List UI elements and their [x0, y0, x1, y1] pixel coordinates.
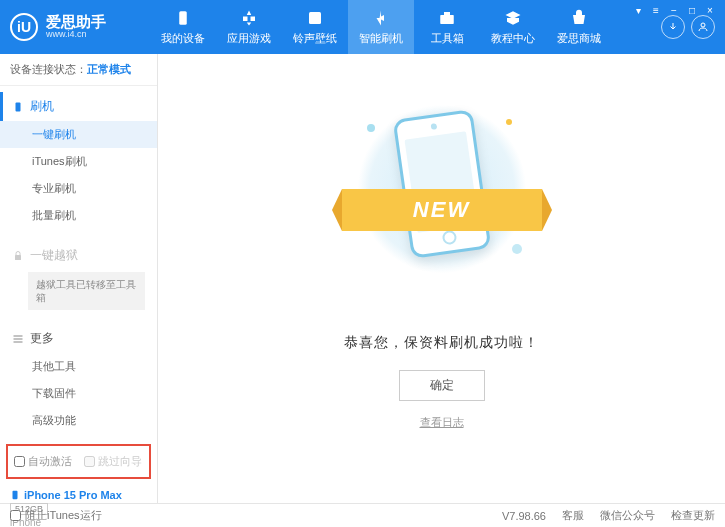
- svg-point-4: [701, 23, 705, 27]
- main-nav: 我的设备 应用游戏 铃声壁纸 智能刷机 工具箱 教程中心 爱思商城: [150, 0, 661, 54]
- download-button[interactable]: [661, 15, 685, 39]
- view-log-link[interactable]: 查看日志: [420, 415, 464, 430]
- nav-apps[interactable]: 应用游戏: [216, 0, 282, 54]
- menu-button[interactable]: ▾: [631, 4, 645, 16]
- auto-activate-input[interactable]: [14, 456, 25, 467]
- app-title: 爱思助手: [46, 14, 106, 31]
- close-button[interactable]: ×: [703, 4, 717, 16]
- user-button[interactable]: [691, 15, 715, 39]
- svg-rect-10: [13, 491, 18, 499]
- svg-rect-3: [444, 12, 450, 15]
- app-url: www.i4.cn: [46, 30, 106, 40]
- status-mode: 正常模式: [87, 63, 131, 75]
- svg-rect-9: [14, 341, 23, 342]
- svg-rect-1: [309, 12, 321, 24]
- device-name-text: iPhone 15 Pro Max: [24, 489, 122, 501]
- tutorial-icon: [503, 9, 523, 27]
- sidebar-jailbreak-note: 越狱工具已转移至工具箱: [28, 272, 145, 310]
- checkbox-label: 阻止iTunes运行: [25, 508, 102, 523]
- sidebar-item-itunes-flash[interactable]: iTunes刷机: [0, 148, 157, 175]
- logo-area: iU 爱思助手 www.i4.cn: [10, 13, 150, 41]
- phone-small-icon: [10, 489, 20, 501]
- svg-rect-6: [15, 255, 21, 260]
- nav-label: 工具箱: [431, 31, 464, 46]
- sidebar-section-flash[interactable]: 刷机: [0, 92, 157, 121]
- status-prefix: 设备连接状态：: [10, 63, 87, 75]
- sidebar-section-more[interactable]: 更多: [0, 324, 157, 353]
- sidebar-item-oneclick-flash[interactable]: 一键刷机: [0, 121, 157, 148]
- auto-activate-checkbox[interactable]: 自动激活: [14, 454, 72, 469]
- wechat-link[interactable]: 微信公众号: [600, 508, 655, 523]
- phone-icon: [12, 101, 24, 113]
- nav-tutorial[interactable]: 教程中心: [480, 0, 546, 54]
- success-illustration: NEW: [352, 94, 532, 294]
- checkbox-label: 自动激活: [28, 454, 72, 469]
- svg-rect-0: [179, 11, 187, 25]
- success-message: 恭喜您，保资料刷机成功啦！: [344, 334, 539, 352]
- main-content: NEW 恭喜您，保资料刷机成功啦！ 确定 查看日志: [158, 54, 725, 503]
- minimize-button[interactable]: −: [667, 4, 681, 16]
- svg-rect-8: [14, 338, 23, 339]
- nav-smart-flash[interactable]: 智能刷机: [348, 0, 414, 54]
- version-label: V7.98.66: [502, 510, 546, 522]
- nav-label: 智能刷机: [359, 31, 403, 46]
- nav-store[interactable]: 爱思商城: [546, 0, 612, 54]
- maximize-button[interactable]: □: [685, 4, 699, 16]
- flash-icon: [371, 9, 391, 27]
- skip-guide-checkbox[interactable]: 跳过向导: [84, 454, 142, 469]
- nav-label: 教程中心: [491, 31, 535, 46]
- nav-label: 铃声壁纸: [293, 31, 337, 46]
- support-link[interactable]: 客服: [562, 508, 584, 523]
- sidebar-item-pro-flash[interactable]: 专业刷机: [0, 175, 157, 202]
- checkbox-label: 跳过向导: [98, 454, 142, 469]
- svg-rect-5: [16, 102, 21, 111]
- section-label: 更多: [30, 330, 54, 347]
- svg-rect-2: [440, 15, 454, 24]
- toolbox-icon: [437, 9, 457, 27]
- list-icon: [12, 333, 24, 345]
- sidebar-item-advanced[interactable]: 高级功能: [0, 407, 157, 434]
- device-icon: [173, 9, 193, 27]
- sidebar-item-download-firmware[interactable]: 下载固件: [0, 380, 157, 407]
- block-itunes-checkbox[interactable]: 阻止iTunes运行: [10, 508, 102, 523]
- connection-status: 设备连接状态：正常模式: [0, 54, 157, 86]
- new-banner: NEW: [342, 189, 542, 231]
- svg-rect-7: [14, 335, 23, 336]
- ok-button[interactable]: 确定: [399, 370, 485, 401]
- lock-icon: [12, 250, 24, 262]
- nav-label: 爱思商城: [557, 31, 601, 46]
- nav-label: 我的设备: [161, 31, 205, 46]
- store-icon: [569, 9, 589, 27]
- nav-my-device[interactable]: 我的设备: [150, 0, 216, 54]
- block-itunes-input[interactable]: [10, 510, 21, 521]
- device-name[interactable]: iPhone 15 Pro Max: [10, 489, 147, 501]
- sidebar: 设备连接状态：正常模式 刷机 一键刷机 iTunes刷机 专业刷机 批量刷机 一…: [0, 54, 158, 503]
- logo-icon: iU: [10, 13, 38, 41]
- section-label: 刷机: [30, 98, 54, 115]
- settings-button[interactable]: ≡: [649, 4, 663, 16]
- nav-ringtone[interactable]: 铃声壁纸: [282, 0, 348, 54]
- ringtone-icon: [305, 9, 325, 27]
- check-update-link[interactable]: 检查更新: [671, 508, 715, 523]
- apps-icon: [239, 9, 259, 27]
- skip-guide-input: [84, 456, 95, 467]
- nav-label: 应用游戏: [227, 31, 271, 46]
- section-label: 一键越狱: [30, 247, 78, 264]
- sidebar-item-batch-flash[interactable]: 批量刷机: [0, 202, 157, 229]
- options-highlight-box: 自动激活 跳过向导: [6, 444, 151, 479]
- app-header: iU 爱思助手 www.i4.cn 我的设备 应用游戏 铃声壁纸 智能刷机 工具…: [0, 0, 725, 54]
- sidebar-section-jailbreak: 一键越狱: [0, 241, 157, 270]
- nav-toolbox[interactable]: 工具箱: [414, 0, 480, 54]
- sidebar-item-other-tools[interactable]: 其他工具: [0, 353, 157, 380]
